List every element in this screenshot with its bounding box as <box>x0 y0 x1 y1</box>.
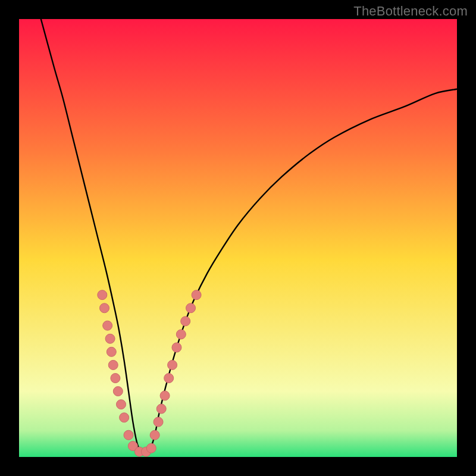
data-point-marker <box>113 387 123 396</box>
data-point-marker <box>160 391 170 400</box>
data-point-marker <box>100 303 109 313</box>
chart-svg <box>19 19 457 457</box>
data-point-marker <box>111 374 120 383</box>
gradient-background <box>19 19 457 457</box>
data-point-marker <box>192 290 201 300</box>
data-point-marker <box>150 430 159 440</box>
data-point-marker <box>186 303 196 313</box>
chart-frame: TheBottleneck.com <box>0 0 476 476</box>
data-point-marker <box>103 321 112 330</box>
data-point-marker <box>172 343 181 352</box>
data-point-marker <box>116 400 126 409</box>
data-point-marker <box>156 404 166 414</box>
data-point-marker <box>108 360 118 369</box>
data-point-marker <box>168 360 177 369</box>
plot-area <box>19 19 457 457</box>
watermark-text: TheBottleneck.com <box>353 4 468 19</box>
data-point-marker <box>181 317 190 326</box>
data-point-marker <box>120 413 129 422</box>
data-point-marker <box>176 330 186 339</box>
data-point-marker <box>98 290 107 300</box>
data-point-marker <box>107 347 116 356</box>
data-point-marker <box>124 430 133 440</box>
data-point-marker <box>105 334 115 343</box>
data-point-marker <box>146 443 156 453</box>
data-point-marker <box>154 417 163 427</box>
data-point-marker <box>164 374 174 383</box>
